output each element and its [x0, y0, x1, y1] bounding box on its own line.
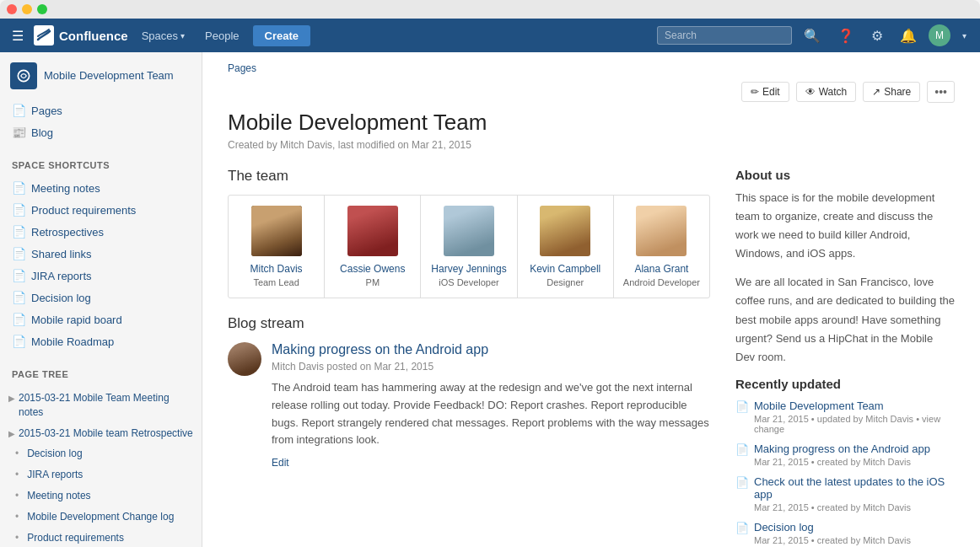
tree-item-meetings[interactable]: • Meeting notes — [0, 485, 202, 507]
user-chevron-icon[interactable]: ▾ — [957, 28, 972, 44]
minimize-button[interactable] — [22, 4, 32, 14]
tree-item-retrospective[interactable]: ▶ 2015-03-21 Mobile team Retrospective — [0, 423, 202, 444]
shortcuts-list: 📄 Meeting notes 📄 Product requirements 📄… — [0, 174, 202, 356]
svg-point-0 — [18, 70, 29, 81]
retro-icon: 📄 — [12, 225, 26, 239]
space-icon — [10, 62, 37, 89]
sidebar-item-pages[interactable]: 📄 Pages — [0, 99, 202, 121]
avatar-mitch — [251, 206, 302, 256]
sidebar-item-mobile-rapid-board[interactable]: 📄 Mobile rapid board — [0, 308, 202, 330]
recent-meta-0: Mar 21, 2015 • updated by Mitch Davis • … — [754, 414, 955, 434]
recent-link-2[interactable]: Check out the latest updates to the iOS … — [754, 475, 955, 501]
user-avatar[interactable]: M — [929, 24, 950, 46]
avatar-kevin — [540, 206, 590, 256]
sidebar-nav: 📄 Pages 📰 Blog — [0, 96, 202, 147]
tree-arrow-icon-2: ▶ — [8, 428, 15, 440]
help-icon[interactable]: ❓ — [832, 24, 859, 47]
settings-icon[interactable]: ⚙ — [866, 24, 888, 47]
pages-icon: 📄 — [12, 104, 26, 117]
recent-link-0[interactable]: Mobile Development Team — [754, 400, 955, 412]
sidebar-item-decision-log[interactable]: 📄 Decision log — [0, 287, 202, 308]
content-sidebar: About us This space is for the mobile de… — [735, 168, 955, 547]
member-role-2: iOS Developer — [439, 277, 499, 287]
blog-post-title[interactable]: Making progress on the Android app — [272, 342, 710, 357]
blog-post-author: Mitch Davis posted on Mar 21, 2015 — [272, 361, 710, 373]
logo-text: Confluence — [59, 29, 128, 43]
decision-icon: 📄 — [12, 291, 26, 304]
maximize-button[interactable] — [37, 4, 47, 14]
recent-item-3: 📄 Decision log Mar 21, 2015 • created by… — [735, 521, 955, 545]
member-role-1: PM — [366, 277, 380, 287]
recent-item-1: 📄 Making progress on the Android app Mar… — [735, 442, 955, 467]
about-title: About us — [735, 168, 955, 182]
recently-updated-title: Recently updated — [735, 377, 955, 391]
blog-edit-link[interactable]: Edit — [272, 457, 289, 469]
space-name: Mobile Development Team — [44, 69, 174, 83]
breadcrumb-pages[interactable]: Pages — [228, 62, 256, 74]
blog-post-0: Making progress on the Android app Mitch… — [228, 342, 710, 469]
page-meta: Created by Mitch Davis, last modified on… — [228, 139, 955, 151]
member-role-4: Android Developer — [623, 277, 700, 287]
blog-section-title: Blog stream — [228, 315, 710, 332]
create-button[interactable]: Create — [253, 25, 310, 46]
sidebar-item-mobile-roadmap[interactable]: 📄 Mobile Roadmap — [0, 330, 202, 352]
team-section-title: The team — [228, 168, 710, 185]
sidebar-item-product-requirements[interactable]: 📄 Product requirements — [0, 199, 202, 221]
page-title-area: Mobile Development Team Created by Mitch… — [202, 103, 980, 154]
watch-button[interactable]: 👁 Watch — [796, 82, 857, 102]
bullet-icon-3: • — [15, 489, 19, 503]
recent-doc-icon-2: 📄 — [735, 476, 749, 489]
tree-item-change-log[interactable]: • Mobile Development Change log — [0, 507, 202, 528]
people-menu[interactable]: People — [198, 26, 245, 46]
recent-link-3[interactable]: Decision log — [754, 521, 955, 534]
shortcuts-title: SPACE SHORTCUTS — [0, 153, 202, 174]
confluence-logo[interactable]: Confluence — [34, 25, 128, 46]
sidebar-item-meeting-notes[interactable]: 📄 Meeting notes — [0, 177, 202, 199]
member-role-0: Team Lead — [253, 277, 299, 287]
search-input[interactable] — [657, 26, 792, 45]
sidebar-item-blog[interactable]: 📰 Blog — [0, 121, 202, 143]
tree-item-meeting-notes[interactable]: ▶ 2015-03-21 Mobile Team Meeting notes — [0, 388, 202, 423]
main-content: Pages ✏ Edit 👁 Watch ↗ Share ••• — [202, 52, 980, 547]
product-req-icon: 📄 — [12, 203, 26, 217]
spaces-menu[interactable]: Spaces ▾ — [135, 26, 191, 46]
jira-icon: 📄 — [12, 269, 26, 282]
blog-icon: 📰 — [12, 126, 26, 139]
tree-item-product-req[interactable]: • Product requirements — [0, 528, 202, 547]
team-member-1: Cassie Owens PM — [325, 196, 421, 298]
share-icon: ↗ — [872, 86, 880, 98]
recent-meta-3: Mar 21, 2015 • created by Mitch Davis — [754, 535, 955, 545]
recent-item-0: 📄 Mobile Development Team Mar 21, 2015 •… — [735, 400, 955, 434]
close-button[interactable] — [7, 4, 17, 14]
edit-button[interactable]: ✏ Edit — [741, 82, 789, 102]
sidebar-item-jira-reports[interactable]: 📄 JIRA reports — [0, 265, 202, 287]
member-name-1: Cassie Owens — [340, 263, 405, 275]
member-name-3: Kevin Campbell — [530, 263, 600, 275]
tree-item-jira[interactable]: • JIRA reports — [0, 464, 202, 485]
hamburger-menu[interactable]: ☰ — [8, 24, 27, 47]
avatar-alana — [636, 206, 687, 256]
more-actions-button[interactable]: ••• — [927, 81, 955, 103]
tree-item-decision-log[interactable]: • Decision log — [0, 443, 202, 464]
member-name-0: Mitch Davis — [250, 263, 303, 275]
sidebar-item-shared-links[interactable]: 📄 Shared links — [0, 243, 202, 265]
member-name-4: Alana Grant — [634, 263, 688, 275]
blog-post-content: Making progress on the Android app Mitch… — [272, 342, 710, 469]
notifications-icon[interactable]: 🔔 — [895, 24, 922, 47]
content-main: The team Mitch Davis Team Lead Cassie Ow — [228, 168, 710, 547]
team-member-4: Alana Grant Android Developer — [614, 196, 709, 298]
shared-links-icon: 📄 — [12, 247, 26, 260]
watch-icon: 👁 — [805, 86, 816, 98]
team-member-3: Kevin Campbell Designer — [518, 196, 614, 298]
sidebar-item-retrospectives[interactable]: 📄 Retrospectives — [0, 221, 202, 243]
main-layout: Mobile Development Team 📄 Pages 📰 Blog S… — [0, 52, 980, 547]
recent-link-1[interactable]: Making progress on the Android app — [754, 442, 955, 455]
rapid-board-icon: 📄 — [12, 313, 26, 326]
bullet-icon-5: • — [15, 531, 19, 545]
share-button[interactable]: ↗ Share — [863, 82, 920, 102]
search-icon[interactable]: 🔍 — [799, 24, 826, 47]
logo-icon — [34, 25, 54, 46]
about-text-1: This space is for the mobile development… — [735, 189, 955, 263]
tree-arrow-icon: ▶ — [8, 393, 15, 405]
avatar-harvey — [444, 206, 494, 256]
